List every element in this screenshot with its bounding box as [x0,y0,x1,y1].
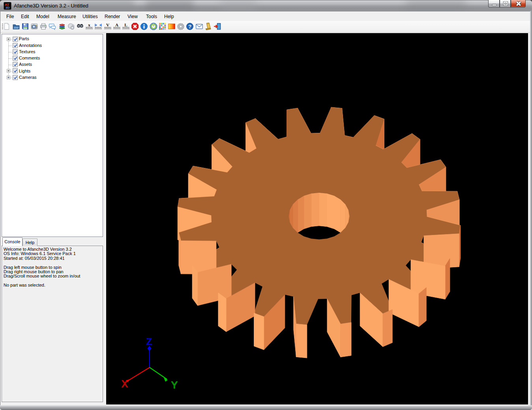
svg-text:Y: Y [171,380,177,390]
svg-text:X: X [122,379,127,389]
svg-text:Z: Z [146,337,152,347]
svg-text:x: x [88,22,90,27]
svg-text:L: L [124,22,127,27]
svg-text:?: ? [188,24,191,30]
svg-text:V: V [106,22,109,27]
svg-text:A: A [115,22,118,27]
